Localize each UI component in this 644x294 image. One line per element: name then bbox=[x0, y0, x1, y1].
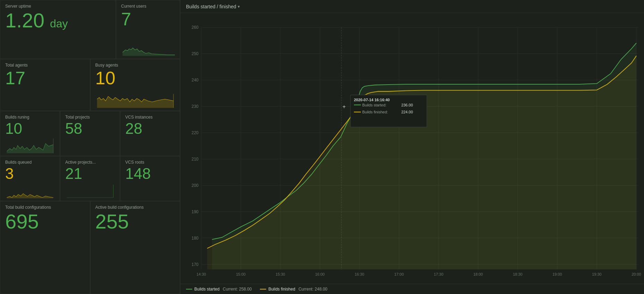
server-uptime-title: Server uptime bbox=[5, 4, 111, 9]
row3: Builds runing 10 Total projects 58 VCS i… bbox=[0, 111, 180, 156]
active-projects-sparkline bbox=[65, 183, 115, 198]
active-projects-value: 21 bbox=[65, 165, 115, 182]
legend-finished-label: Builds finished bbox=[268, 287, 295, 292]
svg-text:210: 210 bbox=[192, 157, 198, 162]
legend-started: Builds started Current: 258.00 bbox=[186, 287, 252, 292]
chart-svg: 260 250 240 230 220 210 200 190 180 170 bbox=[180, 17, 644, 284]
server-uptime-value: 1.20 day bbox=[5, 9, 111, 32]
vcs-instances-title: VCS instances bbox=[125, 115, 175, 120]
svg-text:224.00: 224.00 bbox=[401, 110, 413, 114]
total-build-configs-value: 695 bbox=[5, 210, 85, 233]
chart-header: Builds started / finished ▾ bbox=[180, 0, 644, 13]
active-build-configs-tile: Active build configurations 255 bbox=[90, 201, 180, 294]
svg-text:240: 240 bbox=[192, 78, 198, 83]
vcs-roots-tile: VCS roots 148 bbox=[120, 156, 180, 201]
svg-text:180: 180 bbox=[192, 236, 198, 241]
svg-text:16:30: 16:30 bbox=[355, 272, 364, 276]
chart-legend: Builds started Current: 258.00 Builds fi… bbox=[180, 284, 644, 294]
total-build-configs-title: Total build configurations bbox=[5, 205, 85, 210]
svg-text:19:00: 19:00 bbox=[552, 272, 562, 276]
busy-agents-sparkline bbox=[95, 89, 175, 108]
row4: Builds queued 3 Active projects... 21 VC… bbox=[0, 156, 180, 201]
total-projects-tile: Total projects 58 bbox=[60, 111, 120, 156]
active-projects-tile: Active projects... 21 bbox=[60, 156, 120, 201]
total-agents-title: Total agents bbox=[5, 63, 85, 68]
total-agents-value: 17 bbox=[5, 68, 85, 88]
builds-running-tile: Builds runing 10 bbox=[0, 111, 60, 156]
legend-finished: Builds finished Current: 248.00 bbox=[260, 287, 327, 292]
busy-agents-value: 10 bbox=[95, 68, 175, 88]
builds-queued-value: 3 bbox=[5, 165, 55, 182]
svg-marker-3 bbox=[7, 144, 53, 153]
svg-text:2020-07-14 16:16:40: 2020-07-14 16:16:40 bbox=[354, 98, 390, 102]
builds-queued-title: Builds queued bbox=[5, 160, 55, 165]
svg-text:Builds started:: Builds started: bbox=[362, 103, 387, 107]
row5: Total build configurations 695 Active bu… bbox=[0, 201, 180, 294]
vcs-roots-title: VCS roots bbox=[125, 160, 175, 165]
svg-text:20:00: 20:00 bbox=[632, 272, 641, 276]
left-panel: Server uptime 1.20 day Current users 7 T… bbox=[0, 0, 180, 294]
vcs-instances-value: 28 bbox=[125, 120, 175, 137]
busy-agents-title: Busy agents bbox=[95, 63, 175, 68]
svg-text:200: 200 bbox=[192, 183, 198, 188]
right-panel: Builds started / finished ▾ bbox=[180, 0, 644, 294]
total-projects-title: Total projects bbox=[65, 115, 115, 120]
svg-text:250: 250 bbox=[192, 51, 198, 56]
active-build-configs-value: 255 bbox=[95, 210, 175, 233]
svg-text:170: 170 bbox=[192, 262, 198, 267]
current-users-value: 7 bbox=[121, 9, 175, 29]
legend-finished-current: Current: 248.00 bbox=[297, 287, 328, 292]
builds-queued-tile: Builds queued 3 bbox=[0, 156, 60, 201]
builds-queued-sparkline bbox=[5, 183, 55, 198]
legend-started-dash bbox=[186, 289, 192, 289]
svg-text:+: + bbox=[342, 103, 346, 110]
chart-dropdown-icon[interactable]: ▾ bbox=[238, 4, 240, 9]
svg-text:15:00: 15:00 bbox=[236, 272, 245, 276]
svg-text:16:00: 16:00 bbox=[315, 272, 324, 276]
svg-text:17:30: 17:30 bbox=[434, 272, 443, 276]
svg-text:14:30: 14:30 bbox=[196, 272, 206, 276]
vcs-roots-value: 148 bbox=[125, 165, 175, 182]
legend-started-current: Current: 258.00 bbox=[222, 287, 252, 292]
builds-running-sparkline bbox=[5, 138, 55, 153]
builds-running-title: Builds runing bbox=[5, 115, 55, 120]
legend-finished-dash bbox=[260, 289, 266, 289]
svg-text:15:30: 15:30 bbox=[276, 272, 285, 276]
chart-title: Builds started / finished bbox=[186, 4, 236, 9]
svg-text:230: 230 bbox=[192, 104, 198, 109]
svg-text:260: 260 bbox=[192, 25, 198, 30]
busy-agents-tile: Busy agents 10 bbox=[90, 59, 180, 111]
total-build-configs-tile: Total build configurations 695 bbox=[0, 201, 90, 294]
current-users-sparkline bbox=[121, 30, 175, 56]
chart-area: 260 250 240 230 220 210 200 190 180 170 bbox=[180, 13, 644, 284]
vcs-instances-tile: VCS instances 28 bbox=[120, 111, 180, 156]
svg-text:220: 220 bbox=[192, 130, 198, 135]
svg-text:190: 190 bbox=[192, 209, 198, 214]
active-projects-title: Active projects... bbox=[65, 160, 115, 165]
row1: Server uptime 1.20 day Current users 7 bbox=[0, 0, 180, 59]
row2: Total agents 17 Busy agents 10 bbox=[0, 59, 180, 111]
svg-marker-1 bbox=[97, 96, 173, 108]
svg-text:18:30: 18:30 bbox=[513, 272, 522, 276]
svg-text:17:00: 17:00 bbox=[394, 272, 404, 276]
active-build-configs-title: Active build configurations bbox=[95, 205, 175, 210]
legend-started-label: Builds started bbox=[194, 287, 220, 292]
current-users-title: Current users bbox=[121, 4, 175, 9]
svg-text:236.00: 236.00 bbox=[401, 103, 413, 107]
total-projects-value: 58 bbox=[65, 120, 115, 137]
builds-running-value: 10 bbox=[5, 120, 55, 137]
svg-text:18:00: 18:00 bbox=[473, 272, 483, 276]
svg-text:19:30: 19:30 bbox=[592, 272, 601, 276]
server-uptime-tile: Server uptime 1.20 day bbox=[0, 0, 116, 59]
current-users-tile: Current users 7 bbox=[116, 0, 180, 59]
svg-text:Builds finished:: Builds finished: bbox=[362, 110, 388, 114]
total-agents-tile: Total agents 17 bbox=[0, 59, 90, 111]
